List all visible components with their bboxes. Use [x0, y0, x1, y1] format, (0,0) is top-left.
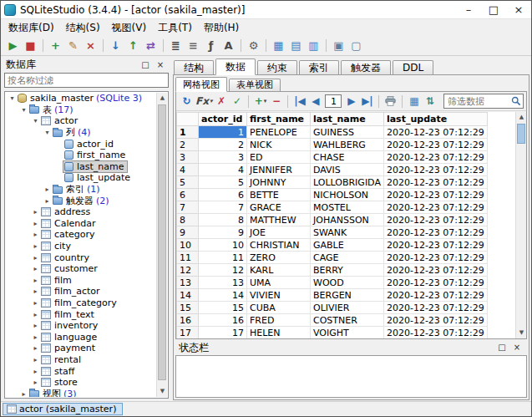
tree-item-body[interactable]: 触发器(2) [52, 196, 112, 206]
tree-item[interactable]: ▸Calendar [6, 218, 156, 230]
cascade-windows-icon[interactable]: ▤ [288, 38, 304, 53]
grid-cell[interactable]: JOHNNY [247, 176, 311, 189]
grid-cell[interactable]: VOIGHT [311, 327, 384, 339]
export-icon[interactable]: ↑ [125, 38, 141, 53]
expand-icon[interactable]: ▸ [31, 379, 40, 386]
tree-item-body[interactable]: 表(17) [28, 104, 76, 115]
menu-item-4[interactable]: 工具(T) [152, 19, 198, 37]
grid-cell[interactable]: 8 [199, 214, 247, 226]
tab-form-view[interactable]: 表单视图 [229, 79, 281, 91]
row-number[interactable]: 16 [177, 314, 199, 327]
grid-cell[interactable]: OLIVIER [311, 302, 384, 314]
expand-icon[interactable]: ▸ [31, 287, 40, 295]
tree-item[interactable]: actor_id [6, 138, 156, 150]
close-panel-icon[interactable]: × [510, 342, 524, 353]
grid-cell[interactable]: 17 [199, 327, 247, 339]
prev-row-icon[interactable]: ◀ [308, 94, 322, 109]
scroll-up-icon[interactable]: ▲ [516, 112, 526, 123]
import-icon[interactable]: ↓ [108, 38, 124, 53]
grid-cell[interactable]: HELEN [247, 327, 311, 339]
rollback-icon[interactable]: ✗ [214, 94, 228, 109]
grid-cell[interactable]: 5 [199, 176, 247, 189]
grid-cell[interactable]: 2020-12-23 07:12:29 [383, 164, 487, 176]
grid-cell[interactable]: 3 [199, 151, 247, 164]
expand-icon[interactable]: ▸ [43, 197, 52, 205]
tree-item-body[interactable]: staff [40, 366, 77, 377]
expand-icon[interactable]: ▸ [31, 322, 40, 329]
tile-horizontal-icon[interactable]: ▥ [306, 38, 322, 53]
tree-item[interactable]: ▸索引(1) [6, 184, 156, 196]
grid-cell[interactable]: UMA [247, 277, 311, 289]
grid-cell[interactable]: 10 [199, 239, 247, 252]
grid-corner-header[interactable] [177, 113, 199, 126]
collapse-icon[interactable]: ▾ [43, 129, 52, 136]
row-number[interactable]: 5 [177, 176, 199, 189]
tree-item-body[interactable]: rental [40, 354, 84, 365]
grid-scrollbar[interactable]: ▲ ▼ [515, 112, 526, 338]
grid-cell[interactable]: JOE [247, 226, 311, 239]
convert-database-icon[interactable]: ⇄ [143, 38, 159, 53]
grid-cell[interactable]: 2020-12-23 07:12:29 [383, 277, 487, 289]
tree-item[interactable]: ▸staff [6, 365, 156, 377]
tile-windows-icon[interactable]: ▦ [271, 38, 286, 53]
tree-item-selected-body[interactable]: last_name [63, 161, 127, 172]
export-results-icon[interactable]: ▦ [407, 94, 421, 109]
grid-cell[interactable]: 13 [199, 277, 247, 289]
grid-cell[interactable]: 2020-12-23 07:12:29 [383, 289, 487, 302]
close-button[interactable]: × [506, 1, 531, 18]
tree-item-body[interactable]: category [40, 229, 98, 240]
tree-item-body[interactable]: city [40, 241, 73, 252]
tree-item-body[interactable]: payment [40, 343, 98, 353]
row-number[interactable]: 11 [177, 252, 199, 264]
grid-cell[interactable]: GABLE [311, 239, 384, 252]
maximize-button[interactable]: □ [481, 1, 506, 18]
grid-cell[interactable]: 2 [199, 139, 247, 151]
tab-triggers[interactable]: 触发器 [341, 60, 391, 74]
tree-item[interactable]: ▾表(17) [6, 104, 156, 116]
expand-icon[interactable]: ▸ [31, 277, 40, 284]
tree-item-body[interactable]: film_text [40, 309, 97, 320]
grid-cell[interactable]: GRACE [247, 201, 311, 214]
tree-item[interactable]: ▸视图(3) [6, 388, 156, 397]
tree-item-body[interactable]: actor_id [63, 139, 116, 150]
mdi-window-tab[interactable]: actor (sakila_master) [3, 403, 123, 415]
expand-icon[interactable]: ▸ [43, 186, 52, 193]
grid-cell[interactable]: 2020-12-23 07:12:29 [383, 189, 487, 201]
sort-dialog-icon[interactable]: ⇅ [423, 94, 437, 109]
close-panel-icon[interactable]: × [154, 59, 167, 71]
undock-panel-icon[interactable]: □ [495, 342, 509, 353]
grid-cell[interactable]: 2020-12-23 07:12:29 [383, 239, 487, 252]
tree-item-body[interactable]: actor [40, 115, 80, 126]
tree-item[interactable]: ▾actor [6, 115, 156, 127]
menu-item-1[interactable]: 数据库(D) [3, 19, 60, 37]
grid-cell[interactable]: 2020-12-23 07:12:29 [383, 327, 487, 339]
tree-item[interactable]: last_update [6, 172, 156, 184]
grid-cell[interactable]: 4 [199, 164, 247, 176]
tree-item-body[interactable]: store [40, 377, 80, 388]
restore-window-icon[interactable]: ▣ [331, 38, 347, 53]
grid-cell[interactable]: 15 [199, 302, 247, 314]
expand-icon[interactable]: ▸ [31, 368, 40, 375]
tree-item[interactable]: ▾sakila_master(SQLite 3) [6, 93, 156, 104]
grid-cell[interactable]: 6 [199, 189, 247, 201]
row-number[interactable]: 2 [177, 139, 199, 151]
row-number[interactable]: 14 [177, 289, 199, 302]
last-row-icon[interactable]: ▶| [360, 94, 374, 109]
expand-icon[interactable]: ▸ [31, 299, 40, 307]
tree-item-body[interactable]: sakila_master(SQLite 3) [17, 93, 144, 104]
grid-cell[interactable]: JOHANSSON [311, 214, 384, 226]
expand-icon[interactable]: ▸ [31, 333, 40, 341]
grid-cell[interactable]: 2020-12-23 07:12:29 [383, 302, 487, 314]
row-number[interactable]: 1 [177, 126, 199, 139]
tree-item-body[interactable]: country [40, 252, 92, 263]
grid-cell[interactable]: WAHLBERG [311, 139, 384, 151]
connect-database-icon[interactable]: ▶ [5, 38, 21, 53]
collapse-icon[interactable]: ▾ [31, 117, 40, 125]
expand-icon[interactable]: ▸ [31, 311, 40, 318]
tree-item-body[interactable]: film_actor [40, 286, 103, 297]
grid-cell[interactable]: KARL [247, 264, 311, 277]
row-number[interactable]: 17 [177, 327, 199, 339]
delete-row-icon[interactable]: − [269, 94, 283, 109]
tree-item-body[interactable]: inventory [40, 320, 100, 331]
tree-item[interactable]: ▸category [6, 229, 156, 241]
